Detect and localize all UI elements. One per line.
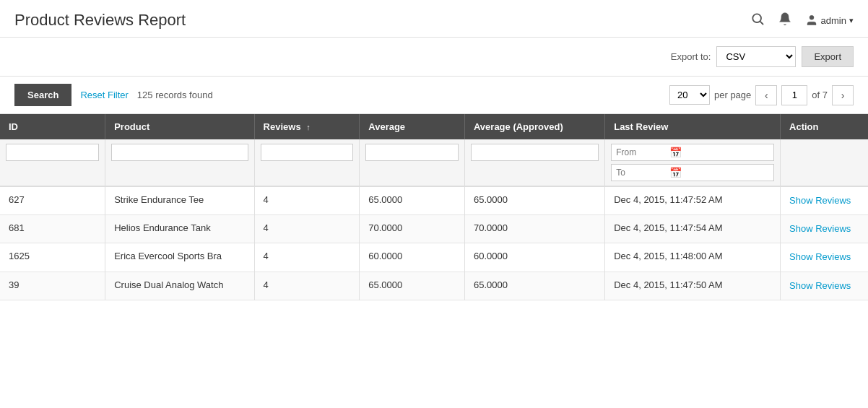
table-header-row: ID Product Reviews ↑ Average Average (Ap…: [0, 114, 868, 139]
col-header-avg-approved: Average (Approved): [464, 114, 604, 139]
filter-action-cell: [781, 139, 868, 186]
export-button[interactable]: Export: [802, 46, 854, 67]
calendar-from-icon[interactable]: 📅: [669, 147, 682, 158]
cell-id: 39: [0, 272, 105, 300]
filter-reviews-input[interactable]: [261, 144, 354, 161]
admin-arrow-icon: ▾: [849, 16, 854, 25]
cell-id: 627: [0, 186, 105, 215]
search-icon[interactable]: [750, 12, 765, 30]
records-count: 125 records found: [137, 90, 213, 100]
cell-product: Cruise Dual Analog Watch: [105, 272, 254, 300]
reset-filter-link[interactable]: Reset Filter: [80, 90, 128, 100]
sort-arrow-icon: ↑: [306, 123, 311, 131]
calendar-to-icon[interactable]: 📅: [669, 167, 682, 178]
prev-page-button[interactable]: ‹: [755, 85, 777, 105]
cell-reviews: 4: [254, 186, 360, 215]
filter-avg-approved-cell: [464, 139, 604, 186]
filter-from-wrapper: 📅: [611, 144, 774, 161]
per-page-select[interactable]: 20 50 100: [669, 85, 710, 105]
export-toolbar: Export to: CSVExcelXML Export: [0, 38, 868, 77]
cell-id: 681: [0, 215, 105, 243]
cell-reviews: 4: [254, 272, 360, 300]
total-pages-label: of 7: [812, 90, 828, 100]
cell-product: Strike Endurance Tee: [105, 186, 254, 215]
col-header-last-review: Last Review: [605, 114, 781, 139]
filter-bar: Search Reset Filter 125 records found 20…: [0, 77, 868, 114]
current-page-input[interactable]: [781, 85, 807, 105]
filter-avg-approved-input[interactable]: [471, 144, 599, 161]
filter-reviews-cell: [254, 139, 360, 186]
cell-average: 65.0000: [360, 186, 465, 215]
cell-action: Show Reviews: [781, 272, 868, 300]
cell-reviews: 4: [254, 215, 360, 243]
show-reviews-button[interactable]: Show Reviews: [789, 251, 851, 264]
export-area: Export to: CSVExcelXML Export: [671, 46, 854, 67]
page-title: Product Reviews Report: [14, 11, 186, 30]
cell-action: Show Reviews: [781, 243, 868, 272]
svg-line-1: [760, 21, 763, 24]
search-button[interactable]: Search: [14, 84, 71, 106]
cell-product: Helios Endurance Tank: [105, 215, 254, 243]
filter-last-review-cell: 📅 📅: [605, 139, 781, 186]
cell-average: 65.0000: [360, 272, 465, 300]
cell-average: 60.0000: [360, 243, 465, 272]
table-row: 1625Erica Evercool Sports Bra460.000060.…: [0, 243, 868, 272]
filter-id-cell: [0, 139, 105, 186]
next-page-button[interactable]: ›: [832, 85, 854, 105]
cell-avg-approved: 65.0000: [464, 272, 604, 300]
filter-from-input[interactable]: [616, 147, 667, 157]
cell-id: 1625: [0, 243, 105, 272]
show-reviews-button[interactable]: Show Reviews: [789, 279, 851, 292]
page-header: Product Reviews Report admin ▾: [0, 0, 868, 38]
cell-action: Show Reviews: [781, 215, 868, 243]
pagination: 20 50 100 per page ‹ of 7 ›: [669, 85, 854, 105]
cell-last-review: Dec 4, 2015, 11:48:00 AM: [605, 243, 781, 272]
cell-avg-approved: 65.0000: [464, 186, 604, 215]
filter-inputs-row: 📅 📅: [0, 139, 868, 186]
filter-average-cell: [360, 139, 465, 186]
export-format-wrapper: CSVExcelXML: [716, 46, 796, 67]
cell-last-review: Dec 4, 2015, 11:47:54 AM: [605, 215, 781, 243]
cell-action: Show Reviews: [781, 186, 868, 215]
show-reviews-button[interactable]: Show Reviews: [789, 222, 851, 235]
header-icons: admin ▾: [750, 12, 854, 30]
filter-average-input[interactable]: [365, 144, 459, 161]
admin-username: admin: [821, 15, 846, 26]
col-header-average: Average: [360, 114, 465, 139]
cell-average: 70.0000: [360, 215, 465, 243]
col-header-action: Action: [781, 114, 868, 139]
filter-to-wrapper: 📅: [611, 164, 774, 181]
cell-avg-approved: 60.0000: [464, 243, 604, 272]
filter-id-input[interactable]: [6, 144, 99, 161]
product-reviews-table: ID Product Reviews ↑ Average Average (Ap…: [0, 114, 868, 300]
filter-to-input[interactable]: [616, 168, 667, 178]
bell-icon[interactable]: [778, 12, 792, 30]
admin-menu[interactable]: admin ▾: [805, 14, 854, 27]
export-format-select[interactable]: CSVExcelXML: [716, 46, 796, 67]
svg-point-2: [810, 15, 814, 19]
cell-last-review: Dec 4, 2015, 11:47:52 AM: [605, 186, 781, 215]
per-page-label: per page: [714, 90, 751, 100]
cell-avg-approved: 70.0000: [464, 215, 604, 243]
per-page-selector: 20 50 100: [669, 85, 710, 105]
col-header-reviews[interactable]: Reviews ↑: [254, 114, 360, 139]
table-row: 681Helios Endurance Tank470.000070.0000D…: [0, 215, 868, 243]
filter-date-range: 📅 📅: [611, 144, 774, 181]
cell-product: Erica Evercool Sports Bra: [105, 243, 254, 272]
table-row: 627Strike Endurance Tee465.000065.0000De…: [0, 186, 868, 215]
col-header-product: Product: [105, 114, 254, 139]
export-label: Export to:: [671, 51, 711, 62]
show-reviews-button[interactable]: Show Reviews: [789, 194, 851, 207]
col-header-id: ID: [0, 114, 105, 139]
cell-reviews: 4: [254, 243, 360, 272]
table-row: 39Cruise Dual Analog Watch465.000065.000…: [0, 272, 868, 300]
filter-product-cell: [105, 139, 254, 186]
filter-product-input[interactable]: [111, 144, 248, 161]
cell-last-review: Dec 4, 2015, 11:47:50 AM: [605, 272, 781, 300]
